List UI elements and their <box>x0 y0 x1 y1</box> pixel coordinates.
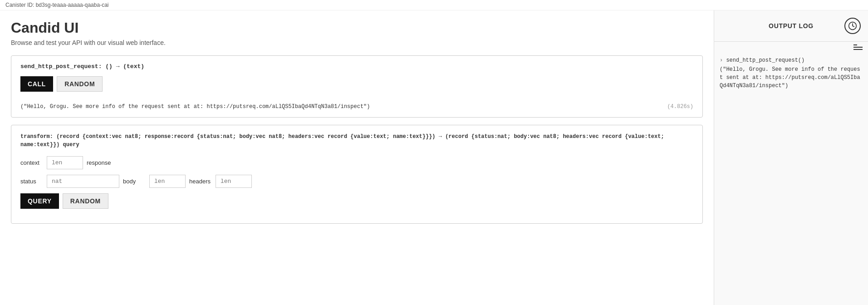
api-signature-send-http-post-request: send_http_post_request: () → (text) <box>20 63 693 70</box>
body-label: body <box>123 178 146 185</box>
body-input[interactable] <box>149 175 186 188</box>
topbar: Canister ID: bd3sg-teaaa-aaaaa-qaaba-cai <box>0 0 868 10</box>
output-log-header: OUTPUT LOG <box>714 10 868 42</box>
list-icon-row <box>714 42 868 53</box>
left-panel: Candid UI Browse and test your API with … <box>0 10 714 305</box>
result-row-send: ("Hello, Grogu. See more info of the req… <box>20 99 693 110</box>
response-label: response <box>87 159 111 166</box>
call-button[interactable]: CALL <box>20 76 53 92</box>
list-icon[interactable] <box>853 44 863 50</box>
output-fn-result: ("Hello, Grogu. See more info of the req… <box>720 65 863 90</box>
status-label: status <box>20 178 43 185</box>
api-card-transform: transform: (record {context:vec nat8; re… <box>11 125 703 224</box>
headers-label: headers <box>189 178 212 185</box>
canister-id-label: Canister ID: bd3sg-teaaa-aaaaa-qaaba-cai <box>5 2 108 8</box>
api-signature-transform: transform: (record {context:vec nat8; re… <box>20 133 693 149</box>
context-label: context <box>20 159 43 166</box>
btn-row-transform: QUERY RANDOM <box>20 193 693 209</box>
clock-icon[interactable] <box>844 18 861 34</box>
random-button-send[interactable]: RANDOM <box>57 76 103 92</box>
output-log-content: send_http_post_request() ("Hello, Grogu.… <box>714 53 868 98</box>
output-fn-name: send_http_post_request() <box>720 57 863 64</box>
random-button-transform[interactable]: RANDOM <box>63 193 108 209</box>
api-card-send-http-post-request: send_http_post_request: () → (text) CALL… <box>11 55 703 118</box>
headers-input[interactable] <box>216 175 252 188</box>
result-text-send: ("Hello, Grogu. See more info of the req… <box>20 103 370 110</box>
status-input[interactable] <box>47 175 119 188</box>
output-log-title: OUTPUT LOG <box>738 22 844 30</box>
context-input[interactable] <box>47 156 83 169</box>
btn-row-send: CALL RANDOM <box>20 76 693 92</box>
page-title: Candid UI <box>11 20 703 36</box>
result-time-send: (4.826s) <box>667 103 693 110</box>
query-button[interactable]: QUERY <box>20 193 59 209</box>
form-row-context-response: context response <box>20 156 693 169</box>
form-row-status-body-headers: status body headers <box>20 175 693 188</box>
output-log-item: send_http_post_request() ("Hello, Grogu.… <box>720 57 863 90</box>
right-panel: OUTPUT LOG send_http_post_request() ("He… <box>714 10 868 305</box>
page-subtitle: Browse and test your API with our visual… <box>11 39 703 46</box>
